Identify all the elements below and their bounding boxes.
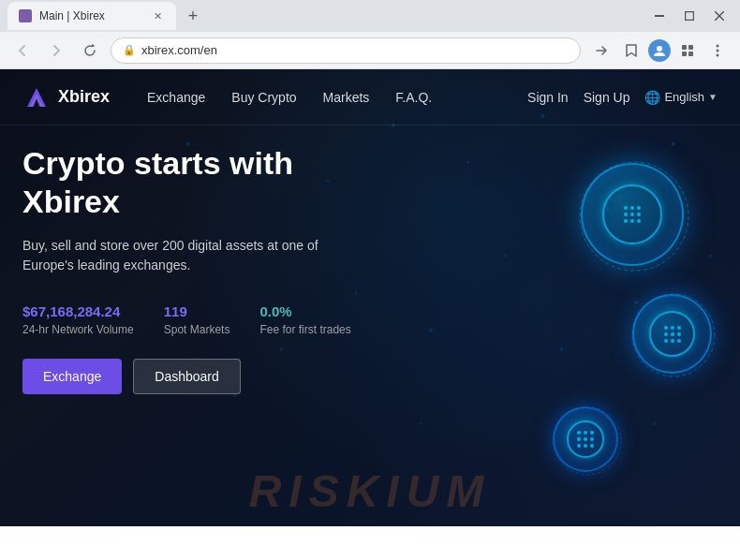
lock-icon: 🔒 bbox=[123, 44, 136, 56]
stat-markets-label: Spot Markets bbox=[164, 323, 230, 336]
nav-markets[interactable]: Markets bbox=[323, 90, 370, 105]
site-navbar: Xbirex Exchange Buy Crypto Markets F.A.Q… bbox=[0, 69, 740, 125]
stat-volume-label: 24-hr Network Volume bbox=[22, 323, 134, 336]
nav-buy-crypto[interactable]: Buy Crypto bbox=[231, 90, 296, 105]
crypto-coin-2 bbox=[632, 294, 712, 374]
browser-window: Main | Xbirex ✕ + 🔒 bbox=[0, 0, 740, 526]
exchange-button[interactable]: Exchange bbox=[22, 359, 122, 394]
hero-subtitle: Buy, sell and store over 200 digital ass… bbox=[22, 236, 370, 275]
site-logo[interactable]: Xbirex bbox=[22, 83, 110, 111]
stat-volume-value: $67,168,284.24 bbox=[22, 303, 134, 319]
reload-button[interactable] bbox=[77, 37, 103, 64]
svg-point-52 bbox=[632, 294, 715, 376]
url-text: xbirex.com/en bbox=[141, 43, 217, 57]
close-button[interactable] bbox=[706, 3, 733, 29]
stat-markets: 119 Spot Markets bbox=[164, 303, 230, 336]
maximize-button[interactable] bbox=[676, 3, 703, 29]
nav-right: Sign In Sign Up 🌐 English ▼ bbox=[527, 90, 718, 105]
logo-text: Xbirex bbox=[58, 87, 110, 107]
url-bar[interactable]: 🔒 xbirex.com/en bbox=[111, 37, 581, 64]
svg-rect-0 bbox=[655, 15, 664, 17]
sign-up-link[interactable]: Sign Up bbox=[584, 90, 630, 105]
share-icon[interactable] bbox=[588, 37, 614, 64]
svg-point-11 bbox=[717, 53, 719, 56]
svg-rect-1 bbox=[686, 12, 694, 21]
svg-point-53 bbox=[554, 407, 621, 475]
dashboard-button[interactable]: Dashboard bbox=[133, 359, 241, 394]
svg-rect-7 bbox=[682, 52, 687, 56]
forward-button[interactable] bbox=[43, 37, 69, 64]
hero-content: Crypto starts with Xbirex Buy, sell and … bbox=[22, 144, 370, 394]
stats-section: $67,168,284.24 24-hr Network Volume 119 … bbox=[22, 303, 370, 336]
nav-exchange[interactable]: Exchange bbox=[147, 90, 205, 105]
back-button[interactable] bbox=[9, 37, 36, 64]
crypto-coin-1 bbox=[581, 163, 684, 266]
address-bar: 🔒 xbirex.com/en bbox=[0, 32, 740, 69]
tab-close-button[interactable]: ✕ bbox=[150, 8, 165, 23]
stat-fee: 0.0% Fee for first trades bbox=[259, 303, 350, 336]
svg-point-4 bbox=[657, 46, 662, 52]
new-tab-button[interactable]: + bbox=[180, 3, 206, 29]
cta-buttons: Exchange Dashboard bbox=[22, 359, 370, 394]
svg-rect-6 bbox=[688, 45, 693, 50]
hero-title: Crypto starts with Xbirex bbox=[22, 144, 370, 221]
stat-volume: $67,168,284.24 24-hr Network Volume bbox=[22, 303, 134, 336]
svg-rect-5 bbox=[682, 45, 687, 50]
stat-fee-label: Fee for first trades bbox=[259, 323, 350, 336]
sign-in-link[interactable]: Sign In bbox=[527, 90, 569, 105]
language-selector[interactable]: 🌐 English ▼ bbox=[644, 90, 718, 105]
nav-links: Exchange Buy Crypto Markets F.A.Q. bbox=[147, 90, 432, 105]
menu-icon[interactable] bbox=[704, 37, 731, 64]
svg-point-9 bbox=[717, 44, 719, 47]
svg-point-10 bbox=[717, 49, 719, 52]
hero-section: Xbirex Exchange Buy Crypto Markets F.A.Q… bbox=[0, 69, 740, 526]
minimize-button[interactable] bbox=[646, 3, 673, 29]
crypto-coin-3 bbox=[553, 406, 618, 472]
tab-title: Main | Xbirex bbox=[39, 9, 105, 22]
language-text: English bbox=[664, 90, 704, 104]
stat-markets-value: 119 bbox=[164, 303, 230, 319]
stat-fee-value: 0.0% bbox=[259, 303, 350, 319]
tab-favicon bbox=[19, 9, 32, 22]
svg-rect-8 bbox=[688, 52, 693, 56]
extensions-icon[interactable] bbox=[674, 37, 701, 64]
title-bar: Main | Xbirex ✕ + bbox=[0, 0, 740, 32]
svg-point-51 bbox=[580, 162, 688, 271]
hero-visual bbox=[365, 107, 740, 500]
bookmark-icon[interactable] bbox=[618, 37, 644, 64]
nav-faq[interactable]: F.A.Q. bbox=[395, 90, 432, 105]
chevron-down-icon: ▼ bbox=[708, 92, 718, 102]
toolbar-icons bbox=[588, 37, 731, 64]
active-tab[interactable]: Main | Xbirex ✕ bbox=[7, 2, 176, 30]
website-content: Xbirex Exchange Buy Crypto Markets F.A.Q… bbox=[0, 69, 740, 526]
profile-icon[interactable] bbox=[648, 39, 671, 62]
window-controls bbox=[646, 3, 733, 29]
